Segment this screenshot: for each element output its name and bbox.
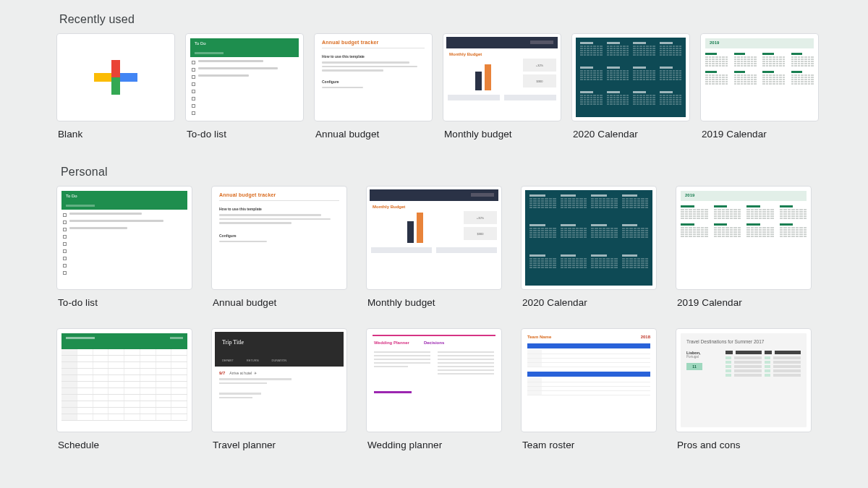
schedule-grid (61, 349, 187, 421)
template-thumb-monthly-budget[interactable]: Monthly Budget +32% $300 (443, 33, 561, 121)
personal-grid-row1: To Do To-do list Annual budget tracker H… (56, 186, 812, 308)
template-card-2020-calendar: 2020 Calendar (571, 33, 690, 140)
template-label: To-do list (187, 129, 304, 140)
template-thumb-pros-cons[interactable]: Travel Destinations for Summer 2017 Lisb… (676, 328, 812, 432)
calendar-2019-grid (705, 53, 814, 85)
template-label: Travel planner (213, 440, 347, 450)
template-thumb-team-roster[interactable]: Team Name 2018 (521, 328, 657, 432)
template-thumb-todo[interactable]: To Do (56, 186, 192, 290)
template-card-2020-calendar: 2020 Calendar (521, 186, 657, 308)
template-label: Pros and cons (677, 440, 812, 450)
template-thumb-2020-calendar[interactable] (521, 186, 657, 290)
todo-thumb-title: To Do (195, 41, 206, 46)
annual-thumb-sub2: Configure (322, 80, 425, 84)
wedding-thumb-title: Wedding Planner (374, 341, 409, 345)
template-card-monthly-budget: Monthly Budget +32% $300 Monthly budget (443, 33, 561, 140)
personal-grid-row2: Schedule Trip Title DEPARTRETURNDURATION… (56, 328, 812, 450)
template-card-todo: To Do To-do list (185, 33, 304, 140)
template-card-2019-calendar: 2019 2019 Calendar (700, 33, 819, 140)
annual-thumb-sub2: Configure (219, 234, 339, 238)
template-label: Monthly budget (367, 297, 502, 308)
template-card-annual-budget: Annual budget tracker How to use this te… (314, 33, 433, 140)
section-heading-recently-used: Recently used (59, 13, 812, 26)
template-thumb-travel-planner[interactable]: Trip Title DEPARTRETURNDURATION 9/7Arriv… (211, 328, 347, 432)
proscons-country: Portugal (686, 355, 720, 359)
todo-thumb-title: To Do (66, 194, 77, 198)
template-label: Monthly budget (444, 129, 561, 140)
template-label: Wedding planner (367, 440, 502, 450)
template-thumb-2019-calendar[interactable]: 2019 (676, 186, 812, 290)
template-label: Blank (58, 129, 175, 140)
template-thumb-2020-calendar[interactable] (571, 33, 690, 121)
template-thumb-blank[interactable] (56, 33, 175, 121)
template-label: 2019 Calendar (702, 129, 819, 140)
template-card-schedule: Schedule (56, 328, 192, 450)
calendar-2019-grid (681, 205, 807, 237)
recently-used-grid: Blank To Do To-do list Annual budget tra… (56, 33, 812, 140)
template-card-annual-budget: Annual budget tracker How to use this te… (211, 186, 347, 308)
template-card-blank: Blank (56, 33, 175, 140)
calendar-2020-grid (576, 38, 686, 117)
roster-thumb-year: 2018 (641, 335, 650, 339)
proscons-badge: 11 (686, 363, 702, 370)
travel-thumb-title: Trip Title (222, 339, 244, 346)
wedding-thumb-sub: Decisions (424, 341, 444, 345)
template-card-wedding-planner: Wedding Planner Decisions Wedding planne… (366, 328, 502, 450)
template-card-team-roster: Team Name 2018 Team roster (521, 328, 657, 450)
template-label: To-do list (58, 297, 192, 308)
template-label: Team roster (522, 440, 657, 450)
template-label: Annual budget (315, 129, 433, 140)
annual-thumb-title: Annual budget tracker (322, 40, 425, 45)
roster-thumb-title: Team Name (527, 335, 551, 339)
template-thumb-annual-budget[interactable]: Annual budget tracker How to use this te… (211, 186, 347, 290)
template-thumb-monthly-budget[interactable]: Monthly Budget +32% $300 (366, 186, 502, 290)
annual-thumb-sub: How to use this template (219, 207, 339, 211)
section-heading-personal: Personal (61, 166, 812, 179)
annual-thumb-title: Annual budget tracker (219, 192, 339, 197)
monthly-thumb-title: Monthly Budget (449, 52, 561, 56)
template-thumb-schedule[interactable] (56, 328, 192, 432)
template-card-2019-calendar: 2019 2019 Calendar (676, 186, 812, 308)
template-label: 2019 Calendar (677, 297, 812, 308)
template-thumb-todo[interactable]: To Do (185, 33, 304, 121)
calendar-2019-year: 2019 (705, 38, 814, 48)
template-thumb-2019-calendar[interactable]: 2019 (700, 33, 819, 121)
roster-rows (527, 378, 650, 395)
template-label: Schedule (58, 440, 192, 450)
template-label: 2020 Calendar (573, 129, 690, 140)
template-card-todo: To Do To-do list (56, 186, 192, 308)
template-thumb-wedding-planner[interactable]: Wedding Planner Decisions (366, 328, 502, 432)
template-label: 2020 Calendar (522, 297, 657, 308)
template-label: Annual budget (213, 297, 347, 308)
calendar-2019-year: 2019 (681, 191, 807, 201)
template-card-pros-cons: Travel Destinations for Summer 2017 Lisb… (676, 328, 812, 450)
annual-thumb-sub: How to use this template (322, 54, 425, 59)
template-card-monthly-budget: Monthly Budget +32% $300 Monthly budget (366, 186, 502, 308)
template-card-travel-planner: Trip Title DEPARTRETURNDURATION 9/7Arriv… (211, 328, 347, 450)
proscons-thumb-title: Travel Destinations for Summer 2017 (686, 339, 801, 345)
template-thumb-annual-budget[interactable]: Annual budget tracker How to use this te… (314, 33, 433, 121)
roster-rows (527, 350, 650, 367)
calendar-2020-grid (525, 190, 652, 286)
monthly-thumb-title: Monthly Budget (373, 205, 501, 209)
